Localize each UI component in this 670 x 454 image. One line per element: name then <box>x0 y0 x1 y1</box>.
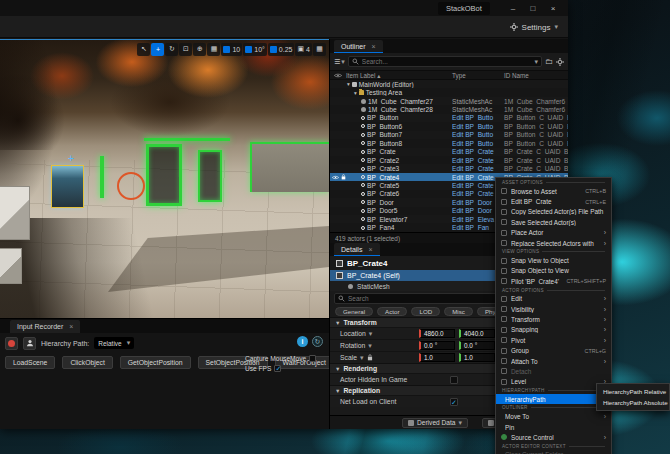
rotation-x-field[interactable]: 0.0 ° <box>419 341 455 350</box>
new-folder-button[interactable]: 🗀 <box>545 57 553 66</box>
outliner-row-bp-button7[interactable]: BP_Button7Edit BP_ButtoBP_Button_C_UAID_… <box>330 131 568 139</box>
tab-details[interactable]: Details × <box>334 243 380 256</box>
checkbox-net-load-on-client[interactable]: ✓ <box>450 398 458 406</box>
menu-item-group[interactable]: GroupCTRL+G <box>496 345 611 355</box>
menu-item-detach[interactable]: Detach <box>496 366 611 376</box>
menu-item-transform[interactable]: Transform› <box>496 314 611 324</box>
select-tool-button[interactable]: ↖ <box>137 43 150 56</box>
close-icon[interactable]: × <box>372 43 376 50</box>
outliner-settings-button[interactable] <box>556 58 564 66</box>
close-icon[interactable]: × <box>368 246 372 253</box>
close-button[interactable]: × <box>548 4 558 13</box>
outliner-row-bp-crate3[interactable]: BP_Crate3Edit BP_CrateBP_Crate_C_UAID_B4… <box>330 164 568 172</box>
selected-crate[interactable] <box>52 166 83 207</box>
close-icon[interactable]: × <box>69 323 73 330</box>
surface-snap-button[interactable]: ▦ <box>207 43 220 56</box>
user-button[interactable] <box>23 337 36 350</box>
menu-item-save-selected-actor-s-[interactable]: Save Selected Actor(s) <box>496 217 611 227</box>
menu-item-hierarchypath[interactable]: HierarchyPath› <box>496 394 611 404</box>
checkbox-capture-mousemove[interactable] <box>309 355 316 362</box>
filter-button[interactable]: ☰▾ <box>334 58 345 66</box>
details-tab-general[interactable]: General <box>335 307 373 316</box>
derived-data-button[interactable]: Derived Data ▾ <box>402 418 468 428</box>
menu-item-copy-selected-actor-s-file-path[interactable]: Copy Selected Actor(s) File Path <box>496 207 611 217</box>
outliner-row-bp-crate[interactable]: BP_CrateEdit BP_CrateBP_Crate_C_UAID_B42… <box>330 148 568 156</box>
level-viewport[interactable]: + ↖ + ↻ ⊡ ⊕ ▦ 10 10° 0.25 ▣4 ▦ <box>0 39 329 318</box>
details-tab-misc[interactable]: Misc <box>444 307 473 316</box>
menu-item-place-actor[interactable]: Place Actor› <box>496 228 611 238</box>
location-y-field[interactable]: 4040.0 <box>459 329 495 338</box>
tab-outliner[interactable]: Outliner × <box>334 40 383 53</box>
menu-item-browse-to-asset[interactable]: Browse to AssetCTRL+B <box>496 186 611 196</box>
rotation-snap-button[interactable]: 10° <box>243 43 267 56</box>
transform-gizmo[interactable]: + <box>64 152 78 168</box>
menu-item-snapping[interactable]: Snapping› <box>496 325 611 335</box>
menu-item-attach-to[interactable]: Attach To› <box>496 356 611 366</box>
scale-snap-button[interactable]: 0.25 <box>268 43 295 56</box>
minimize-button[interactable]: – <box>508 4 518 13</box>
rotation-y-field[interactable]: 0.0 ° <box>459 341 495 350</box>
submenu-item-hierarchypath-absolute[interactable]: HierarchyPath Absolute <box>597 397 669 408</box>
menu-item-snap-object-to-view[interactable]: Snap Object to View <box>496 266 611 276</box>
record-button[interactable] <box>5 337 18 350</box>
outliner-row-bp-crate2[interactable]: BP_Crate2Edit BP_CrateBP_Crate_C_UAID_B4… <box>330 156 568 164</box>
actor-icon <box>361 217 365 221</box>
column-type[interactable]: Type <box>452 72 504 79</box>
outliner-row-bp-button[interactable]: BP_ButtonEdit BP_ButtoBP_Button_C_UAID_B… <box>330 114 568 122</box>
camera-speed-button[interactable]: ▣4 <box>295 43 312 56</box>
move-tool-button[interactable]: + <box>151 43 164 56</box>
clickobject-button[interactable]: ClickObject <box>62 356 112 369</box>
getobjectposition-button[interactable]: GetObjectPosition <box>120 356 191 369</box>
outliner-search-input[interactable] <box>362 58 532 65</box>
refresh-button[interactable]: ↻ <box>312 336 323 347</box>
menu-item-visibility[interactable]: Visibility› <box>496 304 611 314</box>
column-id-name[interactable]: ID Name <box>504 72 568 79</box>
eye-icon[interactable] <box>330 73 346 78</box>
transform-icon <box>501 316 507 322</box>
menu-item-edit[interactable]: Edit› <box>496 294 611 304</box>
hierarchy-path-dropdown[interactable]: Relative ▾ <box>94 337 134 349</box>
outliner-row-mainworld-editor-[interactable]: ▾MainWorld (Editor) <box>330 80 568 88</box>
search-icon <box>338 295 345 302</box>
world-space-button[interactable]: ⊕ <box>193 43 206 56</box>
outliner-row-1m-cube-chamfer28[interactable]: 1M_Cube_Chamfer28StaticMeshAc1M_Cube_Cha… <box>330 105 568 113</box>
scale-y-field[interactable]: 1.0 <box>459 353 495 362</box>
outliner-row-bp-button8[interactable]: BP_Button8Edit BP_ButtoBP_Button_C_UAID_… <box>330 139 568 147</box>
outliner-row-1m-cube-chamfer27[interactable]: 1M_Cube_Chamfer27StaticMeshAc1M_Cube_Cha… <box>330 97 568 105</box>
outliner-column-header[interactable]: Item Label ▴ Type ID Name <box>330 70 568 80</box>
tab-input-recorder[interactable]: Input Recorder × <box>10 320 80 333</box>
info-button[interactable]: i <box>297 336 308 347</box>
green-pillar <box>100 156 104 198</box>
chevron-down-icon[interactable]: ▾ <box>534 58 538 66</box>
settings-button[interactable]: Settings ▾ <box>510 20 558 34</box>
outliner-row-bp-button6[interactable]: BP_Button6Edit BP_ButtoBP_Button_C_UAID_… <box>330 122 568 130</box>
rotate-tool-button[interactable]: ↻ <box>165 43 178 56</box>
save-icon <box>488 420 494 426</box>
outliner-search[interactable]: ▾ <box>348 56 542 67</box>
outliner-row-testing-area[interactable]: ▾Testing Area <box>330 88 568 96</box>
maximize-button[interactable]: □ <box>528 4 538 13</box>
menu-item-replace-selected-actors-with[interactable]: Replace Selected Actors with› <box>496 238 611 248</box>
gear-icon <box>556 58 564 66</box>
maximize-viewport-button[interactable]: ▦ <box>313 43 326 56</box>
scale-x-field[interactable]: 1.0 <box>419 353 455 362</box>
loadscene-button[interactable]: LoadScene <box>5 356 55 369</box>
column-item-label[interactable]: Item Label ▴ <box>346 72 452 79</box>
menu-item-snap-view-to-object[interactable]: Snap View to Object <box>496 255 611 265</box>
details-tab-actor[interactable]: Actor <box>377 307 407 316</box>
location-x-field[interactable]: 4860.0 <box>419 329 455 338</box>
details-tab-lod[interactable]: LOD <box>411 307 440 316</box>
grid-snap-button[interactable]: 10 <box>221 43 242 56</box>
menu-item-edit-bp-crate[interactable]: Edit BP_CrateCTRL+E <box>496 196 611 206</box>
menu-item-pivot[interactable]: Pivot› <box>496 335 611 345</box>
scale-tool-button[interactable]: ⊡ <box>179 43 192 56</box>
menu-item-clear-current-folder[interactable]: Clear Current Folder <box>496 450 611 454</box>
menu-item-move-to[interactable]: Move To› <box>496 411 611 421</box>
menu-item-level[interactable]: Level› <box>496 377 611 387</box>
submenu-item-hierarchypath-relative[interactable]: HierarchyPath Relative <box>597 386 669 397</box>
menu-item-source-control[interactable]: Source Control› <box>496 432 611 442</box>
menu-item-pilot-bp-crate4-[interactable]: Pilot 'BP_Crate4'CTRL+SHIFT+P <box>496 276 611 286</box>
checkbox-actor-hidden-in-game[interactable] <box>450 376 458 384</box>
menu-item-pin[interactable]: Pin <box>496 422 611 432</box>
checkbox-use-fps[interactable]: ✓ <box>274 365 281 372</box>
